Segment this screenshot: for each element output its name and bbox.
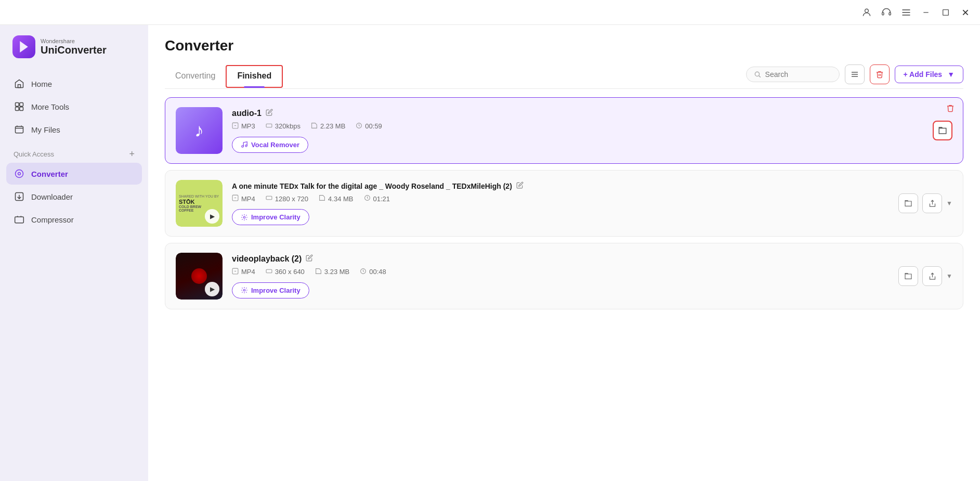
headset-icon[interactable]: [880, 6, 893, 19]
logo-text: Wondershare UniConverter: [41, 38, 107, 56]
tedx-name-row: A one minute TEDx Talk for the digital a…: [232, 181, 952, 190]
svg-rect-11: [18, 85, 21, 88]
delete-all-button[interactable]: [870, 64, 890, 84]
videoplayback-filename: videoplayback (2): [232, 254, 302, 264]
main-header: Converter Converting Finished: [148, 25, 980, 89]
maximize-icon[interactable]: [939, 6, 952, 19]
sidebar-item-my-files[interactable]: My Files: [6, 119, 142, 140]
list-view-button[interactable]: [845, 64, 865, 84]
tedx-play-icon[interactable]: ▶: [205, 209, 219, 224]
improve-clarity-button-2[interactable]: Improve Clarity: [232, 282, 309, 298]
audio1-edit-icon[interactable]: [266, 109, 273, 118]
videoplayback-name-row: videoplayback (2): [232, 254, 952, 264]
search-icon: [754, 71, 761, 78]
home-label: Home: [31, 80, 52, 88]
vocal-remover-label: Vocal Remover: [251, 141, 299, 149]
sidebar-item-converter[interactable]: Converter: [6, 163, 142, 185]
user-icon[interactable]: [860, 6, 873, 19]
audio1-actions-right: [933, 121, 952, 140]
svg-point-42: [243, 289, 245, 291]
audio1-name-row: audio-1: [232, 109, 952, 118]
tedx-duration: 01:21: [364, 194, 390, 203]
file-item-videoplayback: ▶ videoplayback (2): [165, 243, 963, 309]
svg-rect-34: [266, 196, 272, 200]
music-note-icon: ♪: [194, 120, 204, 141]
svg-rect-7: [943, 9, 949, 15]
videoplayback-thumbnail: ▶: [176, 253, 223, 300]
improve-clarity-button-1[interactable]: Improve Clarity: [232, 209, 309, 225]
audio1-delete-button[interactable]: [946, 104, 955, 115]
add-files-button[interactable]: + Add Files ▼: [895, 66, 963, 83]
audio1-bitrate: 320kbps: [266, 122, 300, 131]
svg-rect-14: [16, 107, 19, 111]
audio1-duration: 00:59: [356, 122, 382, 131]
sidebar-item-compressor[interactable]: Compressor: [6, 209, 142, 230]
file-list: ♪ audio-1: [148, 89, 980, 481]
logo-icon: [12, 35, 35, 58]
compressor-icon: [14, 214, 25, 225]
page-title: Converter: [165, 37, 963, 54]
videoplayback-format: MP4: [232, 268, 255, 276]
bitrate-icon: [266, 122, 272, 131]
audio1-meta: MP3 320kbps: [232, 122, 952, 131]
svg-point-21: [755, 72, 759, 76]
compressor-label: Compressor: [31, 215, 74, 224]
videoplayback-resolution: 360 x 640: [266, 268, 305, 276]
tab-converting[interactable]: Converting: [165, 65, 226, 88]
svg-rect-15: [20, 107, 23, 111]
tedx-info: A one minute TEDx Talk for the digital a…: [232, 181, 952, 225]
menu-icon[interactable]: [900, 6, 912, 19]
home-icon: [14, 78, 25, 89]
search-box[interactable]: [746, 67, 840, 82]
sidebar-item-home[interactable]: Home: [6, 73, 142, 95]
tedx-thumbnail: SHARED WITH YOU BY STŌK COLD BREW COFFEE…: [176, 180, 223, 227]
minimize-icon[interactable]: [920, 6, 932, 19]
my-files-label: My Files: [31, 125, 60, 134]
tedx-export-button[interactable]: [922, 193, 942, 213]
tedx-open-folder-button[interactable]: [898, 193, 918, 213]
tedx-meta: MP4 1280 x 720: [232, 194, 952, 203]
videoplayback-play-icon[interactable]: ▶: [205, 282, 219, 296]
videoplayback-actions-right: ▼: [898, 266, 952, 286]
window-controls: [860, 6, 972, 19]
improve-clarity-label-1: Improve Clarity: [251, 213, 300, 221]
tedx-format: MP4: [232, 194, 255, 203]
svg-point-18: [16, 170, 23, 178]
downloader-label: Downloader: [31, 192, 73, 201]
improve-clarity-label-2: Improve Clarity: [251, 287, 300, 294]
sidebar-item-more-tools[interactable]: More Tools: [6, 96, 142, 118]
videoplayback-info: videoplayback (2): [232, 254, 952, 298]
videoplayback-open-folder-button[interactable]: [898, 266, 918, 286]
logo-brand-label: Wondershare: [41, 38, 107, 44]
audio1-open-folder-button[interactable]: [933, 121, 952, 140]
svg-rect-40: [266, 269, 272, 273]
clock-icon: [356, 122, 362, 131]
tab-bar: Converting Finished: [165, 64, 963, 89]
file-item-tedx: SHARED WITH YOU BY STŌK COLD BREW COFFEE…: [165, 170, 963, 237]
more-tools-label: More Tools: [31, 102, 69, 111]
close-icon[interactable]: [959, 6, 972, 19]
tedx-edit-icon[interactable]: [516, 181, 524, 190]
audio1-info: audio-1: [232, 109, 952, 153]
svg-rect-13: [20, 103, 23, 107]
audio1-thumbnail: ♪: [176, 107, 223, 154]
svg-line-22: [759, 76, 760, 77]
red-circle: [191, 268, 207, 284]
videoplayback-edit-icon[interactable]: [306, 254, 313, 263]
tedx-chevron-icon[interactable]: ▼: [946, 200, 952, 207]
sidebar-item-downloader[interactable]: Downloader: [6, 186, 142, 207]
videoplayback-chevron-icon[interactable]: ▼: [946, 272, 952, 280]
my-files-icon: [14, 124, 25, 135]
converter-label: Converter: [31, 170, 68, 178]
file-item-audio1: ♪ audio-1: [165, 97, 963, 164]
videoplayback-duration: 00:48: [360, 268, 386, 276]
logo-name-label: UniConverter: [41, 44, 107, 56]
tab-finished[interactable]: Finished: [226, 65, 283, 88]
main-content: Converter Converting Finished: [148, 25, 980, 481]
vocal-remover-button[interactable]: Vocal Remover: [232, 137, 308, 153]
quick-access-add-icon[interactable]: +: [129, 149, 135, 160]
add-files-label: + Add Files: [904, 70, 943, 79]
search-input[interactable]: [765, 70, 832, 79]
tab-actions: + Add Files ▼: [746, 64, 963, 88]
videoplayback-export-button[interactable]: [922, 266, 942, 286]
